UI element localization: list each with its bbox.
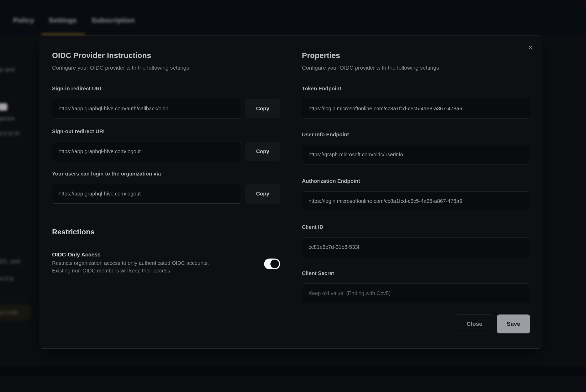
description-line: Restricts organization access to only au… [52,259,209,267]
copy-org-login-uri-button[interactable]: Copy [245,184,280,204]
app-root: Policy Settings Subscription ettings and… [0,0,586,392]
copy-sign-out-uri-button[interactable]: Copy [245,142,280,161]
user-info-endpoint-input[interactable] [302,145,530,164]
user-info-endpoint-label: User Info Endpoint [302,131,530,138]
sign-out-redirect-uri-row: Copy [52,142,280,161]
oidc-only-access-toggle[interactable] [264,259,280,269]
restrictions-heading: Restrictions [52,227,280,237]
sign-out-redirect-uri-label: Sign-out redirect URI [52,128,280,135]
sign-in-redirect-uri-row: Copy [52,99,280,118]
dialog-actions: Close Save [302,314,530,333]
client-id-input[interactable] [302,237,530,257]
properties-subtitle: Configure your OIDC provider with the fo… [302,64,530,71]
oidc-settings-dialog: OIDC Provider Instructions Configure you… [39,35,542,349]
client-id-label: Client ID [302,224,530,230]
oidc-only-access-text: OIDC-Only Access Restricts organization … [52,251,209,275]
oidc-only-access-description: Restricts organization access to only au… [52,259,209,275]
oidc-instructions-column: OIDC Provider Instructions Configure you… [39,36,291,348]
sign-out-redirect-uri-input[interactable] [52,142,241,161]
token-endpoint-input[interactable] [302,99,530,118]
close-button[interactable]: Close [457,314,492,333]
toggle-thumb-icon [270,260,279,268]
org-login-uri-row: Copy [52,184,280,204]
sign-in-redirect-uri-label: Sign-in redirect URI [52,85,280,92]
save-button[interactable]: Save [497,314,530,333]
client-secret-label: Client Secret [302,270,530,277]
properties-column: ✕ Properties Configure your OIDC provide… [291,36,543,348]
description-line: Existing non-OIDC members will keep thei… [52,267,209,275]
oidc-only-access-row: OIDC-Only Access Restricts organization … [52,251,280,275]
authorization-endpoint-input[interactable] [302,191,530,211]
properties-title: Properties [302,50,530,60]
token-endpoint-label: Token Endpoint [302,85,530,92]
copy-sign-in-uri-button[interactable]: Copy [245,99,280,118]
authorization-endpoint-label: Authorization Endpoint [302,178,530,184]
client-secret-input[interactable] [302,283,530,303]
dialog-subtitle: Configure your OIDC provider with the fo… [52,64,280,71]
org-login-uri-label: Your users can login to the organization… [52,170,280,177]
section-divider [52,215,280,215]
org-login-uri-input[interactable] [52,184,241,204]
close-icon[interactable]: ✕ [525,43,536,53]
oidc-only-access-label: OIDC-Only Access [52,251,209,258]
sign-in-redirect-uri-input[interactable] [52,99,241,118]
dialog-title: OIDC Provider Instructions [52,50,280,60]
